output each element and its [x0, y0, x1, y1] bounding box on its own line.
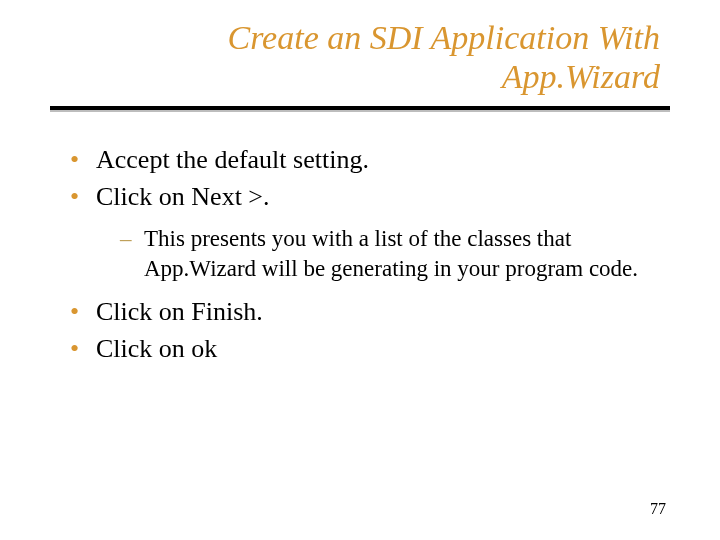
list-item: Accept the default setting.: [70, 142, 670, 177]
bullet-text: This presents you with a list of the cla…: [144, 226, 638, 281]
bullet-text: Accept the default setting.: [96, 145, 369, 174]
title-line-2: App.Wizard: [502, 58, 660, 95]
list-item: Click on ok: [70, 331, 670, 366]
sub-bullet-list: This presents you with a list of the cla…: [96, 224, 670, 284]
title-rule: [50, 106, 670, 112]
bullet-text: Click on Next >.: [96, 182, 270, 211]
list-item: Click on Finish.: [70, 294, 670, 329]
bullet-text: Click on ok: [96, 334, 217, 363]
bullet-list: Accept the default setting. Click on Nex…: [70, 142, 670, 366]
bullet-text: Click on Finish.: [96, 297, 263, 326]
list-item: Click on Next >. This presents you with …: [70, 179, 670, 284]
page-number: 77: [650, 500, 666, 518]
slide-title: Create an SDI Application With App.Wizar…: [50, 18, 670, 96]
title-line-1: Create an SDI Application With: [227, 19, 660, 56]
list-item: This presents you with a list of the cla…: [120, 224, 670, 284]
slide-content: Accept the default setting. Click on Nex…: [50, 142, 670, 366]
slide: Create an SDI Application With App.Wizar…: [0, 0, 720, 540]
